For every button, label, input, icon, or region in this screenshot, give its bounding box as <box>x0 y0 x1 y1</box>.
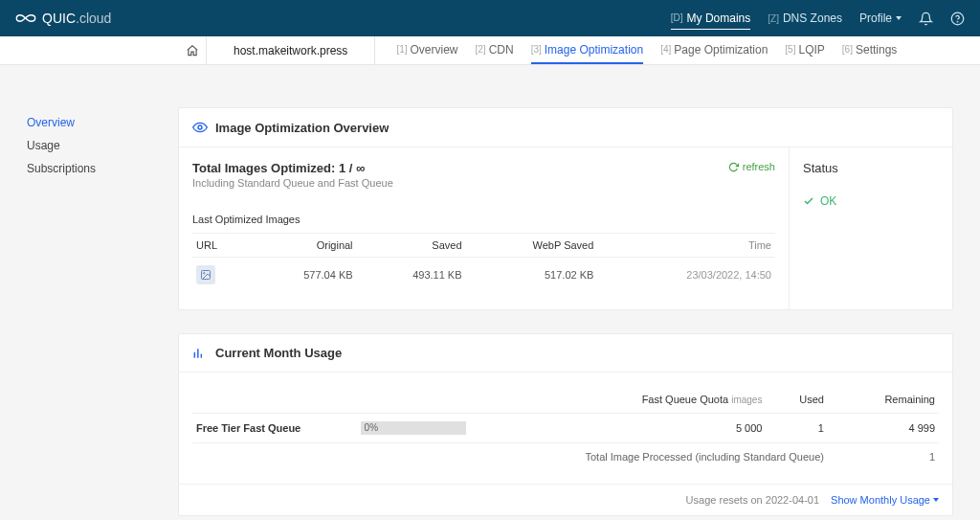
nav-dns-zones[interactable]: [Z] DNS Zones <box>768 8 842 29</box>
chevron-down-icon <box>933 498 939 502</box>
cell-original: 577.04 KB <box>248 258 357 293</box>
usage-reset-info: Usage resets on 2022-04-01 <box>686 494 819 506</box>
eye-icon <box>192 120 208 135</box>
tab-image-optimization[interactable]: [3]Image Optimization <box>531 36 644 64</box>
bell-icon[interactable] <box>919 11 933 26</box>
sidebar: Overview Usage Subscriptions <box>0 88 178 520</box>
cell-quota: 5 000 <box>521 414 766 443</box>
nav-profile[interactable]: Profile <box>859 8 902 29</box>
status-value: OK <box>803 194 939 208</box>
cell-used: 1 <box>766 414 828 443</box>
svg-point-1 <box>957 21 958 22</box>
col-quota: Fast Queue Quota images <box>521 386 766 414</box>
top-bar: QUIC.cloud [D] My Domains [Z] DNS Zones … <box>0 0 980 36</box>
bar-chart-icon <box>192 347 208 360</box>
total-label: Total Image Processed (including Standar… <box>192 443 828 471</box>
sidebar-item-subscriptions[interactable]: Subscriptions <box>27 157 178 180</box>
top-nav: [D] My Domains [Z] DNS Zones Profile <box>671 8 965 30</box>
col-webp: WebP Saved <box>466 234 598 258</box>
col-original: Original <box>248 234 357 258</box>
col-url: URL <box>192 234 248 258</box>
brand-logo[interactable]: QUIC.cloud <box>15 10 111 27</box>
svg-point-4 <box>204 273 206 275</box>
check-icon <box>803 195 814 207</box>
col-remaining: Remaining <box>828 386 939 414</box>
overview-card-title: Image Optimization Overview <box>215 121 389 135</box>
col-time: Time <box>597 234 775 258</box>
cell-webp: 517.02 KB <box>466 258 598 293</box>
svg-point-2 <box>198 125 202 129</box>
status-label: Status <box>803 161 939 175</box>
usage-card-title: Current Month Usage <box>215 346 342 360</box>
infinity-icon <box>15 10 36 27</box>
content-area: Image Optimization Overview Total Images… <box>178 88 980 520</box>
usage-card-header: Current Month Usage <box>179 334 952 373</box>
domain-tabs: [1]Overview [2]CDN [3]Image Optimization… <box>375 36 897 64</box>
image-thumb-icon[interactable] <box>196 265 215 284</box>
help-icon[interactable] <box>950 11 965 26</box>
cell-tier-name: Free Tier Fast Queue <box>192 414 357 443</box>
col-saved: Saved <box>357 234 466 258</box>
nav-my-domains[interactable]: [D] My Domains <box>671 8 750 30</box>
cell-time: 23/03/2022, 14:50 <box>597 258 775 293</box>
progress-bar: 0% <box>361 421 466 435</box>
usage-table: Fast Queue Quota images Used Remaining F… <box>192 386 939 470</box>
sidebar-item-overview[interactable]: Overview <box>27 111 178 134</box>
tab-page-optimization[interactable]: [4]Page Optimization <box>660 36 768 64</box>
show-monthly-usage-link[interactable]: Show Monthly Usage <box>831 494 939 506</box>
table-row: Free Tier Fast Queue 0% 5 000 1 4 999 <box>192 414 939 443</box>
refresh-icon <box>728 162 739 172</box>
last-optimized-label: Last Optimized Images <box>192 214 775 225</box>
brand-name: QUIC <box>42 11 76 26</box>
brand-suffix: .cloud <box>76 11 111 26</box>
optimized-images-table: URL Original Saved WebP Saved Time <box>192 233 775 292</box>
tab-settings[interactable]: [6]Settings <box>842 36 897 64</box>
tab-overview[interactable]: [1]Overview <box>396 36 457 64</box>
tab-cdn[interactable]: [2]CDN <box>476 36 514 64</box>
tab-bar: host.makeitwork.press [1]Overview [2]CDN… <box>0 36 980 65</box>
refresh-button[interactable]: refresh <box>728 161 775 172</box>
overview-card: Image Optimization Overview Total Images… <box>178 107 953 310</box>
usage-card: Current Month Usage Fast Queue Quota ima… <box>178 333 953 516</box>
home-icon[interactable] <box>178 36 207 64</box>
col-used: Used <box>766 386 828 414</box>
cell-remaining: 4 999 <box>828 414 939 443</box>
total-optimized-subtitle: Including Standard Queue and Fast Queue <box>192 177 393 189</box>
chevron-down-icon <box>896 16 902 20</box>
domain-crumb[interactable]: host.makeitwork.press <box>207 36 375 64</box>
overview-card-header: Image Optimization Overview <box>179 108 952 147</box>
total-row: Total Image Processed (including Standar… <box>192 443 939 471</box>
total-value: 1 <box>828 443 939 471</box>
total-optimized-title: Total Images Optimized: 1 / ∞ <box>192 161 393 175</box>
tab-lqip[interactable]: [5]LQIP <box>785 36 824 64</box>
sidebar-item-usage[interactable]: Usage <box>27 134 178 157</box>
table-row: 577.04 KB 493.11 KB 517.02 KB 23/03/2022… <box>192 258 775 293</box>
usage-footer: Usage resets on 2022-04-01 Show Monthly … <box>179 484 952 515</box>
cell-saved: 493.11 KB <box>357 258 466 293</box>
